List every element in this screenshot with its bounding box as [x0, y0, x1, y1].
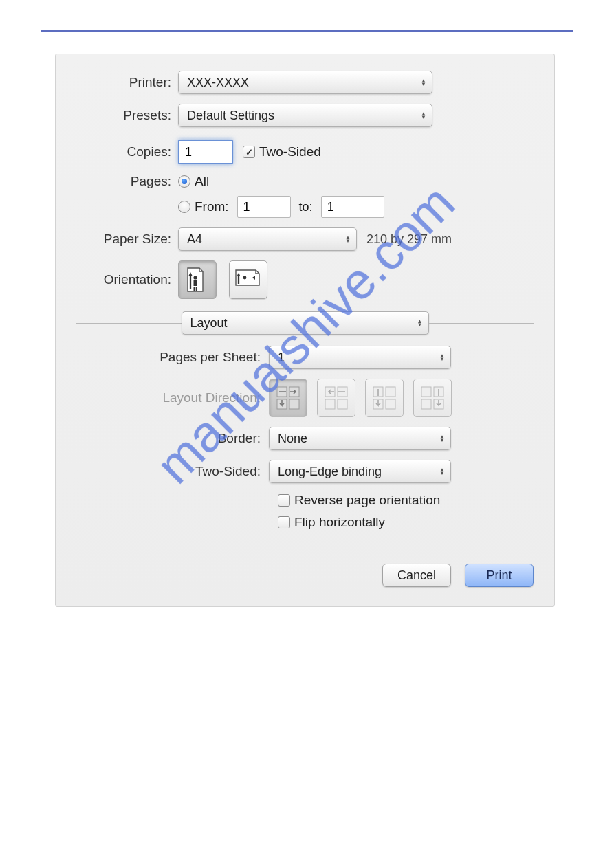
printer-label: Printer:	[76, 75, 178, 90]
orientation-label: Orientation:	[76, 272, 178, 287]
pages-all-radio[interactable]	[178, 175, 190, 188]
layout-direction-label: Layout Direction:	[76, 390, 269, 405]
svg-rect-23	[421, 399, 431, 409]
svg-rect-20	[386, 399, 395, 409]
two-sided-value: Long-Edge binding	[278, 465, 382, 479]
svg-rect-3	[194, 280, 197, 286]
two-sided-mode-label: Two-Sided:	[76, 464, 269, 479]
border-value: None	[278, 432, 307, 446]
footer-separator	[56, 548, 554, 548]
pages-per-sheet-label: Pages per Sheet:	[76, 350, 269, 365]
cancel-button[interactable]: Cancel	[382, 564, 451, 587]
presets-value: Default Settings	[187, 109, 274, 123]
layout-dir-rl-tb-icon	[323, 385, 349, 411]
two-sided-select[interactable]: Long-Edge binding	[269, 460, 451, 483]
updown-icon	[417, 320, 423, 326]
pages-from-radio[interactable]	[178, 201, 190, 213]
paper-dimensions: 210 by 297 mm	[366, 232, 452, 247]
layout-direction-4-button[interactable]	[413, 379, 452, 417]
svg-rect-5	[196, 287, 197, 291]
print-button-label: Print	[486, 568, 512, 583]
paper-size-select[interactable]: A4	[178, 227, 357, 251]
pages-from-label: From:	[195, 199, 229, 214]
updown-icon	[439, 354, 445, 361]
pages-to-input[interactable]	[321, 196, 384, 218]
svg-rect-18	[386, 387, 395, 397]
presets-label: Presets:	[76, 108, 178, 123]
svg-point-8	[243, 276, 247, 280]
copies-input[interactable]	[178, 140, 233, 164]
updown-icon	[439, 468, 445, 475]
print-dialog: manualshive.com Printer: XXX-XXXX Preset…	[55, 54, 555, 607]
section-value: Layout	[190, 316, 228, 331]
layout-direction-3-button[interactable]	[365, 379, 404, 417]
svg-rect-16	[338, 399, 347, 409]
layout-direction-2-button[interactable]	[317, 379, 355, 417]
page-top-rule	[41, 30, 573, 32]
print-button[interactable]: Print	[465, 564, 534, 587]
orientation-portrait-button[interactable]	[178, 260, 217, 299]
section-select[interactable]: Layout	[182, 311, 429, 335]
two-sided-checkbox[interactable]: ✓	[243, 146, 255, 158]
updown-icon	[439, 435, 445, 442]
pages-from-input[interactable]	[237, 196, 291, 218]
reverse-page-checkbox[interactable]	[278, 494, 290, 507]
flip-horizontally-label: Flip horizontally	[294, 515, 385, 530]
layout-dir-tb-lr-icon	[371, 385, 397, 411]
portrait-icon	[186, 267, 208, 293]
updown-icon	[421, 112, 426, 119]
flip-horizontally-checkbox[interactable]	[278, 516, 290, 528]
landscape-icon	[234, 269, 262, 291]
printer-select[interactable]: XXX-XXXX	[178, 71, 432, 94]
paper-size-label: Paper Size:	[76, 232, 178, 247]
layout-direction-1-button[interactable]	[269, 379, 307, 417]
layout-dir-lr-tb-icon	[275, 385, 301, 411]
svg-rect-21	[421, 387, 431, 397]
updown-icon	[345, 236, 351, 243]
updown-icon	[421, 79, 426, 86]
pages-label: Pages:	[76, 174, 178, 189]
pages-all-label: All	[195, 174, 209, 189]
svg-rect-15	[325, 399, 335, 409]
copies-label: Copies:	[76, 144, 178, 159]
border-label: Border:	[76, 431, 269, 446]
pages-per-sheet-value: 1	[278, 350, 285, 365]
svg-rect-12	[289, 399, 299, 409]
border-select[interactable]: None	[269, 427, 451, 450]
layout-dir-tb-rl-icon	[419, 385, 446, 411]
pages-to-label: to:	[299, 200, 313, 214]
paper-size-value: A4	[187, 232, 202, 247]
two-sided-checkbox-label: Two-Sided	[259, 144, 321, 159]
reverse-page-label: Reverse page orientation	[294, 493, 440, 508]
orientation-landscape-button[interactable]	[229, 260, 267, 299]
presets-select[interactable]: Default Settings	[178, 104, 432, 127]
svg-rect-4	[194, 287, 195, 291]
pages-per-sheet-select[interactable]: 1	[269, 346, 451, 369]
cancel-button-label: Cancel	[397, 568, 436, 583]
printer-value: XXX-XXXX	[187, 76, 249, 90]
svg-point-2	[193, 276, 197, 279]
